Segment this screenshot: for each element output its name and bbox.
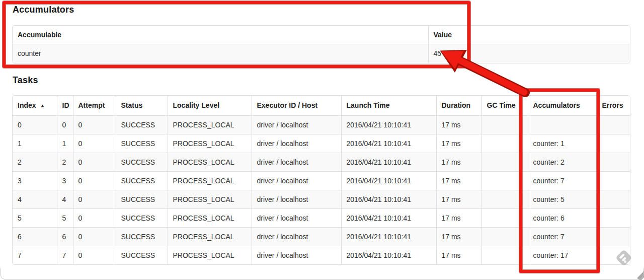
table-cell: 2016/04/21 10:10:41 xyxy=(341,134,436,153)
column-header-executor-id-host[interactable]: Executor ID / Host xyxy=(252,96,341,115)
table-cell: 17 ms xyxy=(436,153,481,171)
table-cell: driver / localhost xyxy=(252,227,341,246)
table-cell xyxy=(528,115,597,134)
corner-resize-mark xyxy=(637,270,644,280)
table-cell: PROCESS_LOCAL xyxy=(168,153,252,171)
table-cell: 2016/04/21 10:10:41 xyxy=(341,115,436,134)
table-cell xyxy=(597,171,630,190)
task-row: 7 7 0 SUCCESS PROCESS_LOCAL driver / loc… xyxy=(13,246,630,264)
accumulable-value-cell: 45 xyxy=(428,44,630,63)
table-cell: 6 xyxy=(13,227,57,246)
table-cell: counter: 17 xyxy=(528,246,597,264)
task-row: 4 4 0 SUCCESS PROCESS_LOCAL driver / loc… xyxy=(13,190,630,208)
table-cell: 17 ms xyxy=(436,246,481,264)
table-cell xyxy=(481,208,528,227)
table-cell xyxy=(597,153,630,171)
task-row: 1 1 0 SUCCESS PROCESS_LOCAL driver / loc… xyxy=(13,134,630,153)
table-cell: 0 xyxy=(73,153,116,171)
feedly-share-icon[interactable] xyxy=(613,247,635,269)
column-header-value: Value xyxy=(428,26,630,44)
column-header-locality-level[interactable]: Locality Level xyxy=(168,96,252,115)
table-cell: SUCCESS xyxy=(116,115,168,134)
table-cell xyxy=(481,227,528,246)
spark-ui-stage-page: Accumulators Accumulable Value counter 4… xyxy=(0,0,644,280)
table-cell: 0 xyxy=(73,115,116,134)
column-header-id[interactable]: ID xyxy=(57,96,73,115)
table-cell: 2016/04/21 10:10:41 xyxy=(341,208,436,227)
accumulators-table: Accumulable Value counter 45 xyxy=(12,25,630,63)
table-cell: 0 xyxy=(57,115,73,134)
table-cell: counter: 6 xyxy=(528,208,597,227)
table-cell: driver / localhost xyxy=(252,153,341,171)
table-cell: 6 xyxy=(57,227,73,246)
table-cell: driver / localhost xyxy=(252,190,341,208)
task-row: 2 2 0 SUCCESS PROCESS_LOCAL driver / loc… xyxy=(13,153,630,171)
task-row: 5 5 0 SUCCESS PROCESS_LOCAL driver / loc… xyxy=(13,208,630,227)
table-cell: PROCESS_LOCAL xyxy=(168,208,252,227)
table-cell: counter: 7 xyxy=(528,227,597,246)
table-cell xyxy=(597,115,630,134)
table-cell: PROCESS_LOCAL xyxy=(168,171,252,190)
table-cell: 3 xyxy=(57,171,73,190)
table-cell: 17 ms xyxy=(436,134,481,153)
table-cell: 17 ms xyxy=(436,208,481,227)
table-cell: 17 ms xyxy=(436,171,481,190)
table-cell: 17 ms xyxy=(436,190,481,208)
table-cell: 2016/04/21 10:10:41 xyxy=(341,153,436,171)
table-cell: 3 xyxy=(13,171,57,190)
table-cell xyxy=(597,134,630,153)
table-cell: 2016/04/21 10:10:41 xyxy=(341,190,436,208)
table-cell: driver / localhost xyxy=(252,134,341,153)
table-cell: SUCCESS xyxy=(116,190,168,208)
table-cell xyxy=(597,190,630,208)
table-cell: 0 xyxy=(73,134,116,153)
table-cell: SUCCESS xyxy=(116,171,168,190)
table-cell: PROCESS_LOCAL xyxy=(168,115,252,134)
table-cell: counter: 1 xyxy=(528,134,597,153)
table-cell: 1 xyxy=(13,134,57,153)
table-cell xyxy=(481,190,528,208)
table-cell: 0 xyxy=(73,208,116,227)
column-header-launch-time[interactable]: Launch Time xyxy=(341,96,436,115)
table-cell xyxy=(481,246,528,264)
table-cell: 2016/04/21 10:10:41 xyxy=(341,246,436,264)
table-cell: PROCESS_LOCAL xyxy=(168,190,252,208)
table-cell xyxy=(481,171,528,190)
table-cell: counter: 7 xyxy=(528,171,597,190)
table-cell xyxy=(481,115,528,134)
page-frame xyxy=(1,268,643,279)
table-cell: counter: 2 xyxy=(528,153,597,171)
sort-ascending-icon: ▲ xyxy=(40,103,45,108)
task-row: 3 3 0 SUCCESS PROCESS_LOCAL driver / loc… xyxy=(13,171,630,190)
table-cell: 7 xyxy=(13,246,57,264)
table-cell xyxy=(481,153,528,171)
table-cell: driver / localhost xyxy=(252,115,341,134)
task-row: 6 6 0 SUCCESS PROCESS_LOCAL driver / loc… xyxy=(13,227,630,246)
column-header-index[interactable]: Index▲ xyxy=(13,96,57,115)
table-cell xyxy=(597,208,630,227)
table-cell: 2 xyxy=(57,153,73,171)
table-cell: SUCCESS xyxy=(116,134,168,153)
table-cell: SUCCESS xyxy=(116,246,168,264)
table-cell: 0 xyxy=(73,227,116,246)
column-header-errors[interactable]: Errors xyxy=(597,96,630,115)
table-cell: SUCCESS xyxy=(116,208,168,227)
table-cell: 2 xyxy=(13,153,57,171)
table-cell: 4 xyxy=(57,190,73,208)
column-header-gc-time[interactable]: GC Time xyxy=(481,96,528,115)
column-header-accumulable: Accumulable xyxy=(13,26,428,44)
table-cell: 0 xyxy=(73,190,116,208)
table-cell: PROCESS_LOCAL xyxy=(168,134,252,153)
table-cell: 0 xyxy=(13,115,57,134)
column-header-accumulators[interactable]: Accumulators xyxy=(528,96,597,115)
column-header-duration[interactable]: Duration xyxy=(436,96,481,115)
table-cell: 5 xyxy=(13,208,57,227)
table-cell: SUCCESS xyxy=(116,227,168,246)
column-header-status[interactable]: Status xyxy=(116,96,168,115)
table-cell: PROCESS_LOCAL xyxy=(168,227,252,246)
table-cell: 2016/04/21 10:10:41 xyxy=(341,171,436,190)
table-cell: 17 ms xyxy=(436,115,481,134)
column-header-attempt[interactable]: Attempt xyxy=(73,96,116,115)
table-cell: 2016/04/21 10:10:41 xyxy=(341,227,436,246)
table-cell: 1 xyxy=(57,134,73,153)
